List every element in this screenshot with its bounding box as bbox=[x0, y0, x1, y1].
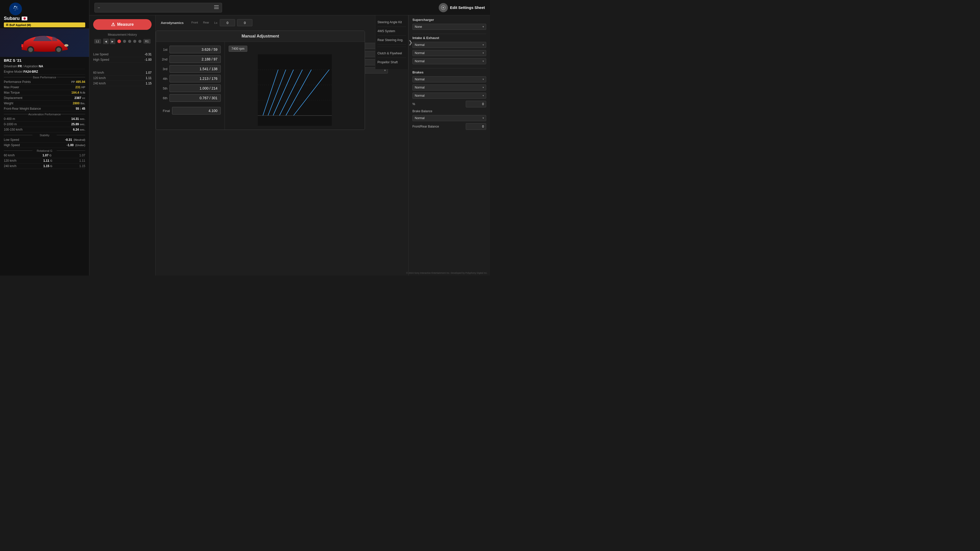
brake-balance-label: Brake Balance bbox=[412, 110, 432, 113]
rotational-g-header: Rotational G bbox=[4, 148, 85, 153]
history-dot-2[interactable] bbox=[123, 40, 126, 43]
divider-2 bbox=[412, 68, 486, 68]
svg-rect-18 bbox=[258, 54, 332, 126]
low-speed-sidebar: Low Speed -0.31 bbox=[93, 52, 151, 57]
4ws-label: 4WS System bbox=[377, 27, 406, 36]
gear-value-3[interactable]: 1.541 / 138 bbox=[169, 65, 221, 73]
gear-row-6: 6th 0.767 / 301 bbox=[160, 94, 221, 102]
balance-row: Front-Rear Weight Balance 55 : 45 bbox=[4, 106, 85, 111]
brake-row-3: Normal Sport Race ▼ bbox=[412, 93, 486, 99]
brake-rows: Normal Sport Race ▼ Normal Sport Race ▼ … bbox=[412, 76, 486, 99]
measurement-history-label: Measurement History bbox=[93, 33, 151, 37]
left-sidebar: Subaru ⚖ BoP Applied (M) bbox=[0, 0, 89, 275]
front-aero-col: Front bbox=[191, 21, 198, 25]
g240-sidebar: 240 km/h 1.15 bbox=[93, 81, 151, 86]
history-dot-1[interactable] bbox=[118, 40, 121, 43]
stability-header: Stability bbox=[4, 132, 85, 137]
next-arrow[interactable]: ▶ bbox=[110, 38, 115, 44]
history-dot-5[interactable] bbox=[138, 40, 142, 43]
l1-badge: L1 bbox=[94, 39, 101, 44]
svg-rect-14 bbox=[214, 7, 219, 7]
brake-select-3[interactable]: Normal Sport Race bbox=[412, 93, 486, 99]
weight-row: Weight 2800 lbs. bbox=[4, 101, 85, 106]
brand-logo-area: Subaru bbox=[4, 3, 85, 21]
main-content: -- Edit Settings Sheet bbox=[89, 0, 490, 275]
intake-exhaust-section: Intake & Exhaust Normal Sport Race ▼ Nor… bbox=[412, 36, 486, 64]
copyright-text: © 2024 Sony Interactive Entertainment In… bbox=[406, 272, 487, 274]
gear-value-2[interactable]: 2.188 / 97 bbox=[169, 56, 221, 63]
brand-name: Subaru bbox=[4, 16, 27, 21]
svg-point-17 bbox=[442, 7, 444, 8]
supercharger-select[interactable]: None bbox=[412, 24, 486, 30]
aerodynamics-section: Aerodynamics Front Rear Lv. bbox=[161, 19, 388, 26]
bop-badge: ⚖ BoP Applied (M) bbox=[4, 22, 85, 27]
prev-arrow[interactable]: ◀ bbox=[103, 38, 109, 44]
high-speed-sidebar: High Speed -1.00 bbox=[93, 57, 151, 62]
final-drive-value[interactable]: 4.100 bbox=[172, 107, 221, 114]
supercharger-row: None ▼ bbox=[412, 24, 486, 30]
propellor-shaft-label: Propellor Shaft bbox=[377, 58, 406, 67]
acceleration-header: Acceleration Performance bbox=[4, 111, 85, 116]
gear-value-1[interactable]: 3.626 / 59 bbox=[169, 46, 221, 53]
gear-chart bbox=[229, 54, 361, 126]
brake-select-1[interactable]: Normal Sport Race bbox=[412, 76, 486, 83]
svg-point-0 bbox=[11, 5, 20, 13]
japan-flag-icon bbox=[22, 17, 27, 21]
settings-icon bbox=[439, 3, 448, 12]
expand-right-chevron[interactable]: ❯ bbox=[408, 39, 413, 45]
base-performance-header: Base Performance bbox=[4, 75, 85, 79]
car-silhouette-icon bbox=[17, 32, 73, 54]
intake-select-3[interactable]: Normal Sport Race bbox=[412, 58, 486, 64]
gear-row-4: 4th 1.213 / 176 bbox=[160, 75, 221, 83]
high-speed-row: High Speed -1.00 (Under) bbox=[4, 143, 85, 148]
gear-chart-panel: 7400 rpm bbox=[225, 42, 365, 130]
history-dot-4[interactable] bbox=[133, 40, 136, 43]
car-image bbox=[0, 29, 89, 57]
rear-aero-col: Rear bbox=[203, 21, 209, 25]
gear-row-1: 1st 3.626 / 59 bbox=[160, 46, 221, 53]
measure-button[interactable]: ⚠ Measure bbox=[93, 19, 151, 30]
brake-row-2: Normal Sport Race ▼ bbox=[412, 84, 486, 91]
intake-row-1: Normal Sport Race ▼ bbox=[412, 42, 486, 48]
sixty-row: 60 km/h 1.07 G 1.07 bbox=[4, 153, 85, 158]
intake-rows: Normal Sport Race ▼ Normal Sport Race ▼ … bbox=[412, 42, 486, 64]
svg-rect-13 bbox=[214, 5, 219, 6]
far-right-labels: Steering Angle Kit 4WS System Rear Steer… bbox=[375, 15, 408, 69]
onetwenty-row: 120 km/h 1.11 G 1.11 bbox=[4, 158, 85, 164]
gear-value-5[interactable]: 1.000 / 214 bbox=[169, 84, 221, 92]
manual-adjustment-modal: Manual Adjustment 1st 3.626 / 59 2nd 2.1… bbox=[156, 30, 365, 130]
svg-point-10 bbox=[56, 48, 61, 52]
brake-percent-row: % bbox=[412, 101, 486, 107]
intake-select-2[interactable]: Normal Sport Race bbox=[412, 50, 486, 56]
twofourty-row: 240 km/h 1.15 G 1.15 bbox=[4, 164, 85, 169]
rear-steering-label: Rear Steering Ang. bbox=[377, 36, 406, 44]
brake-normal-select[interactable]: Normal bbox=[412, 115, 486, 121]
svg-rect-15 bbox=[214, 8, 219, 9]
manual-adj-dialog: Manual Adjustment 1st 3.626 / 59 2nd 2.1… bbox=[156, 30, 365, 130]
aero-front-input[interactable] bbox=[220, 19, 235, 26]
gear-value-4[interactable]: 1.213 / 176 bbox=[169, 75, 221, 83]
hundred-150-row: 100-150 km/h 6.24 sec. bbox=[4, 127, 85, 132]
g60-sidebar: 60 km/h 1.07 bbox=[93, 70, 151, 76]
intake-row-3: Normal Sport Race ▼ bbox=[412, 58, 486, 64]
gear-value-6[interactable]: 0.767 / 301 bbox=[169, 94, 221, 102]
edit-settings-button[interactable]: Edit Settings Sheet bbox=[439, 3, 485, 12]
brake-percent-input[interactable] bbox=[466, 101, 486, 107]
supercharger-section: Supercharger None ▼ bbox=[412, 18, 486, 30]
front-rear-balance-input[interactable] bbox=[466, 123, 486, 130]
aero-lv-inputs: Lv. bbox=[215, 19, 253, 26]
clutch-flywheel-label: Clutch & Flywheel bbox=[377, 49, 406, 58]
intake-select-1[interactable]: Normal Sport Race bbox=[412, 42, 486, 48]
svg-point-8 bbox=[28, 48, 33, 52]
svg-point-11 bbox=[64, 44, 68, 47]
aero-rear-input[interactable] bbox=[237, 19, 252, 26]
nav-arrows: ◀ ▶ bbox=[103, 38, 115, 44]
measure-panel: ⚠ Measure Measurement History L1 ◀ ▶ R1 … bbox=[89, 15, 156, 275]
subaru-star-icon bbox=[11, 4, 20, 14]
gear-row-5: 5th 1.000 / 214 bbox=[160, 84, 221, 92]
brake-row-1: Normal Sport Race ▼ bbox=[412, 76, 486, 83]
history-dot-3[interactable] bbox=[128, 40, 131, 43]
subaru-logo: Subaru bbox=[4, 3, 27, 21]
brake-select-2[interactable]: Normal Sport Race bbox=[412, 84, 486, 91]
settings-selector[interactable]: -- bbox=[94, 3, 222, 13]
